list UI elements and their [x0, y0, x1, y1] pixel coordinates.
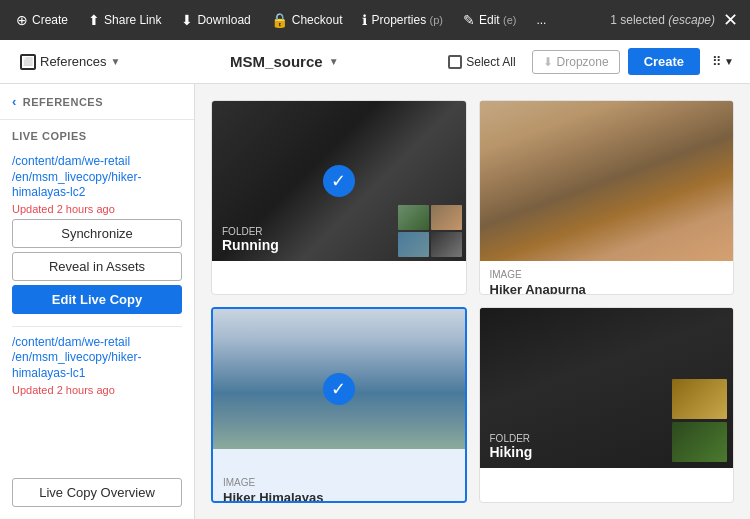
asset-type-anapurna: IMAGE — [490, 269, 724, 280]
folder-thumb-running: FOLDER Running ✓ — [212, 101, 466, 261]
edit-live-copy-button[interactable]: Edit Live Copy — [12, 285, 182, 314]
top-toolbar: ⊕ Create ⬆ Share Link ⬇ Download 🔒 Check… — [0, 0, 750, 40]
references-icon: ⬜ — [20, 54, 36, 70]
pencil-icon: ✎ — [463, 12, 475, 28]
live-copy-overview-button[interactable]: Live Copy Overview — [12, 478, 182, 507]
create-button[interactable]: ⊕ Create — [8, 8, 76, 32]
references-dropdown[interactable]: ⬜ References ▼ — [12, 50, 128, 74]
asset-name-himalayas: Hiker Himalayas — [223, 490, 455, 504]
main-content: ‹ REFERENCES LIVE COPIES /content/dam/we… — [0, 84, 750, 519]
hiking-folder-type: FOLDER — [490, 433, 724, 444]
asset-thumb-himalayas: ✓ — [213, 309, 465, 469]
live-copies-section: /content/dam/we-retail /en/msm_livecopy/… — [0, 146, 194, 416]
hiking-folder-thumb: FOLDER Hiking — [480, 308, 734, 468]
more-button[interactable]: ... — [528, 9, 554, 31]
checkout-label: Checkout — [292, 13, 343, 27]
secondbar-right: Select All ⬇ Dropzone Create ⠿ ▼ — [440, 48, 738, 75]
plus-icon: ⊕ — [16, 12, 28, 28]
chevron-down-icon: ▼ — [724, 56, 734, 67]
asset-grid: FOLDER Running ✓ — [195, 84, 750, 519]
live-copy-item-1: /content/dam/we-retail /en/msm_livecopy/… — [12, 154, 182, 314]
asset-info-anapurna: IMAGE Hiker Anapurna hiker-anapurna.jpg … — [480, 261, 734, 295]
close-button[interactable]: ✕ — [719, 5, 742, 35]
references-label: References — [40, 54, 106, 69]
dropzone-icon: ⬇ — [543, 55, 553, 69]
share-label: Share Link — [104, 13, 161, 27]
asset-card-hiker-anapurna[interactable]: IMAGE Hiker Anapurna hiker-anapurna.jpg … — [479, 100, 735, 295]
source-name[interactable]: MSM_source ▼ — [136, 53, 432, 70]
sidebar-footer: Live Copy Overview — [0, 466, 194, 519]
download-label: Download — [197, 13, 250, 27]
hiking-folder-label: FOLDER Hiking — [480, 425, 734, 468]
chevron-down-icon: ▼ — [110, 56, 120, 67]
create-main-button[interactable]: Create — [628, 48, 700, 75]
asset-card-hiking[interactable]: FOLDER Hiking — [479, 307, 735, 504]
lock-icon: 🔒 — [271, 12, 288, 28]
edit-label: Edit (e) — [479, 13, 516, 27]
view-toggle-button[interactable]: ⠿ ▼ — [708, 50, 738, 73]
asset-card-hiker-himalayas[interactable]: ✓ IMAGE Hiker Himalayas hiker-himalayas.… — [211, 307, 467, 504]
download-icon: ⬇ — [181, 12, 193, 28]
live-copy-updated-1: Updated 2 hours ago — [12, 203, 182, 215]
edit-button[interactable]: ✎ Edit (e) — [455, 8, 524, 32]
live-copy-updated-2: Updated 2 hours ago — [12, 384, 182, 396]
selected-count: 1 selected (escape) — [610, 13, 715, 27]
create-label: Create — [32, 13, 68, 27]
live-copy-path-1[interactable]: /content/dam/we-retail /en/msm_livecopy/… — [12, 154, 182, 201]
share-icon: ⬆ — [88, 12, 100, 28]
hiking-folder-name: Hiking — [490, 444, 724, 460]
live-copy-path-2[interactable]: /content/dam/we-retail /en/msm_livecopy/… — [12, 335, 182, 382]
sidebar-divider — [12, 326, 182, 327]
more-label: ... — [536, 13, 546, 27]
live-copy-item-2: /content/dam/we-retail /en/msm_livecopy/… — [12, 335, 182, 396]
asset-name-anapurna: Hiker Anapurna — [490, 282, 724, 295]
checkout-button[interactable]: 🔒 Checkout — [263, 8, 351, 32]
properties-button[interactable]: ℹ Properties (p) — [354, 8, 450, 32]
synchronize-button[interactable]: Synchronize — [12, 219, 182, 248]
grid-view-icon: ⠿ — [712, 54, 722, 69]
select-all-button[interactable]: Select All — [440, 51, 523, 73]
dropzone-button[interactable]: ⬇ Dropzone — [532, 50, 620, 74]
checkbox-icon — [448, 55, 462, 69]
properties-label: Properties (p) — [371, 13, 442, 27]
sidebar: ‹ REFERENCES LIVE COPIES /content/dam/we… — [0, 84, 195, 519]
sidebar-header: ‹ REFERENCES — [0, 84, 194, 120]
share-link-button[interactable]: ⬆ Share Link — [80, 8, 169, 32]
secondary-toolbar: ⬜ References ▼ MSM_source ▼ Select All ⬇… — [0, 40, 750, 84]
download-button[interactable]: ⬇ Download — [173, 8, 258, 32]
select-all-label: Select All — [466, 55, 515, 69]
asset-info-himalayas: IMAGE Hiker Himalayas hiker-himalayas.jp… — [213, 469, 465, 504]
back-button[interactable]: ‹ — [12, 94, 17, 109]
check-mark-himalayas: ✓ — [323, 373, 355, 405]
check-mark-running: ✓ — [323, 165, 355, 197]
live-copies-section-title: LIVE COPIES — [0, 120, 194, 146]
sidebar-header-label: REFERENCES — [23, 96, 103, 108]
chevron-down-icon: ▼ — [329, 56, 339, 67]
asset-type-himalayas: IMAGE — [223, 477, 455, 488]
reveal-in-assets-button[interactable]: Reveal in Assets — [12, 252, 182, 281]
dropzone-label: Dropzone — [557, 55, 609, 69]
info-icon: ℹ — [362, 12, 367, 28]
asset-card-running[interactable]: FOLDER Running ✓ — [211, 100, 467, 295]
asset-thumb-anapurna — [480, 101, 734, 261]
